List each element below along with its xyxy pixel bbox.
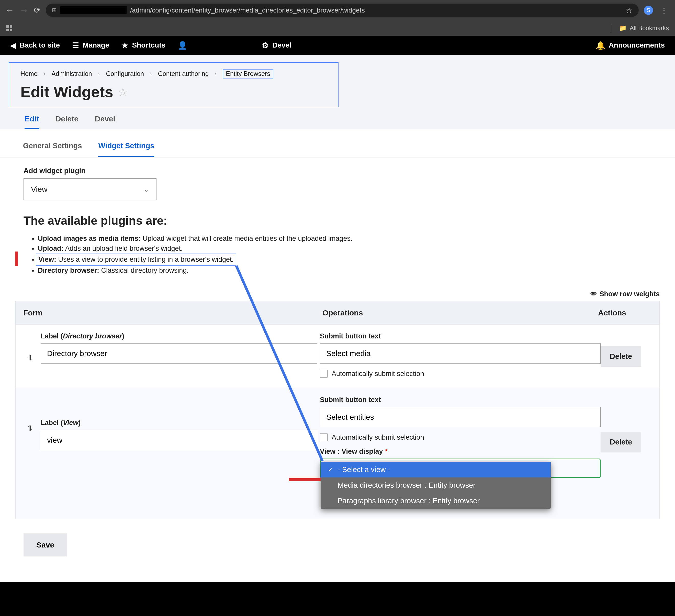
dropdown-option[interactable]: Media directories browser : Entity brows… bbox=[321, 477, 551, 493]
url-host-redacted bbox=[60, 6, 127, 14]
widget-row: ⥮ Label (View) Submit button text Automa… bbox=[16, 388, 659, 519]
actions-column: Delete bbox=[601, 332, 652, 367]
label-input[interactable] bbox=[41, 430, 317, 450]
announcements-label: Announcements bbox=[609, 41, 665, 49]
shortcuts-label: Shortcuts bbox=[132, 41, 165, 49]
tab-delete[interactable]: Delete bbox=[56, 114, 78, 129]
user-link[interactable]: 👤 bbox=[171, 41, 256, 50]
username-redacted bbox=[191, 42, 249, 49]
page-title-text: Edit Widgets bbox=[20, 83, 113, 101]
browser-menu-icon[interactable]: ⋮ bbox=[658, 6, 670, 15]
back-to-site-link[interactable]: ◀ Back to site bbox=[4, 41, 66, 50]
plugin-desc: Upload widget that will create media ent… bbox=[141, 235, 352, 242]
chevron-down-icon: ⌄ bbox=[143, 185, 149, 194]
show-row-weights-label: Show row weights bbox=[599, 290, 660, 298]
auto-submit-label: Automatically submit selection bbox=[331, 370, 424, 378]
operations-column: Submit button text Automatically submit … bbox=[317, 396, 601, 478]
crumb-configuration[interactable]: Configuration bbox=[106, 70, 144, 77]
tab-general-settings[interactable]: General Settings bbox=[23, 142, 82, 157]
auto-submit-checkbox[interactable] bbox=[320, 370, 327, 378]
reload-icon[interactable]: ⟳ bbox=[34, 5, 41, 15]
divider bbox=[611, 24, 611, 32]
option-label: Media directories browser : Entity brows… bbox=[338, 481, 475, 489]
plugin-name: View: bbox=[39, 255, 56, 263]
plugin-desc: Classical directory browsing. bbox=[99, 266, 189, 274]
all-bookmarks-link[interactable]: All Bookmarks bbox=[630, 24, 669, 32]
gear-icon: ⚙ bbox=[262, 41, 269, 50]
shortcuts-link[interactable]: ★ Shortcuts bbox=[115, 41, 171, 50]
auto-submit-row: Automatically submit selection bbox=[320, 434, 601, 442]
forward-icon[interactable]: → bbox=[19, 5, 29, 16]
dropdown-option-placeholder[interactable]: ✓ - Select a view - bbox=[321, 462, 551, 477]
show-row-weights-toggle[interactable]: 👁 Show row weights bbox=[15, 290, 660, 298]
option-label: Paragraphs library browser : Entity brow… bbox=[338, 496, 480, 505]
add-widget-value: View bbox=[31, 185, 47, 194]
annotation-red-arrow bbox=[289, 478, 321, 481]
drag-handle-icon[interactable]: ⥮ bbox=[23, 332, 36, 362]
delete-button[interactable]: Delete bbox=[601, 432, 641, 452]
label-input[interactable] bbox=[41, 343, 317, 364]
crumb-entity-browsers[interactable]: Entity Browsers bbox=[223, 69, 273, 78]
submit-text-input[interactable] bbox=[320, 343, 601, 364]
secondary-tabs: General Settings Widget Settings bbox=[0, 138, 675, 157]
view-display-select[interactable]: ✓ - Select a view - Media directories br… bbox=[320, 459, 601, 478]
annotation-red-marker bbox=[15, 251, 18, 266]
submit-text-label: Submit button text bbox=[320, 396, 601, 404]
label-field-label: Label (Directory browser) bbox=[41, 332, 317, 340]
plugin-desc: Uses a view to provide entity listing in… bbox=[56, 255, 234, 263]
site-settings-icon[interactable]: ⊞ bbox=[52, 7, 57, 13]
url-bar[interactable]: ⊞ /admin/config/content/entity_browser/m… bbox=[46, 4, 639, 17]
actions-column: Delete bbox=[601, 396, 652, 452]
operations-column: Submit button text Automatically submit … bbox=[317, 332, 601, 378]
plugin-item: Upload images as media items: Upload wid… bbox=[38, 234, 660, 244]
chevron-right-icon: › bbox=[98, 71, 100, 77]
auto-submit-row: Automatically submit selection bbox=[320, 370, 601, 378]
primary-tabs: Edit Delete Devel bbox=[1, 107, 674, 129]
tab-widget-settings[interactable]: Widget Settings bbox=[98, 142, 154, 157]
save-button[interactable]: Save bbox=[23, 533, 67, 556]
plugin-item: View: Uses a view to provide entity list… bbox=[38, 253, 660, 265]
plugin-item: Upload: Adds an upload field browser's w… bbox=[38, 244, 660, 253]
crumb-administration[interactable]: Administration bbox=[51, 70, 92, 77]
tab-edit[interactable]: Edit bbox=[24, 114, 39, 129]
delete-button[interactable]: Delete bbox=[601, 346, 641, 367]
profile-avatar[interactable]: S bbox=[644, 6, 653, 15]
devel-link[interactable]: ⚙ Devel bbox=[256, 41, 298, 50]
drag-handle-icon[interactable]: ⥮ bbox=[23, 396, 36, 433]
back-to-site-label: Back to site bbox=[20, 41, 60, 49]
th-actions: Actions bbox=[598, 309, 652, 317]
eye-icon: 👁 bbox=[591, 290, 597, 298]
apps-grid-icon[interactable] bbox=[6, 25, 12, 31]
available-plugins-heading: The available plugins are: bbox=[23, 214, 660, 228]
check-icon: ✓ bbox=[328, 466, 334, 474]
star-icon: ★ bbox=[122, 41, 128, 50]
crumb-home[interactable]: Home bbox=[20, 70, 38, 77]
chevron-right-icon: › bbox=[215, 71, 217, 77]
bookmark-star-icon[interactable]: ☆ bbox=[626, 6, 632, 15]
user-icon: 👤 bbox=[178, 41, 187, 50]
favorite-star-icon[interactable]: ☆ bbox=[118, 85, 128, 98]
widgets-table: Form Operations Actions ⥮ Label (Directo… bbox=[15, 301, 660, 519]
plugin-list: Upload images as media items: Upload wid… bbox=[23, 234, 660, 276]
plugin-desc: Adds an upload field browser's widget. bbox=[64, 245, 183, 252]
hamburger-icon: ☰ bbox=[72, 41, 79, 50]
dropdown-option[interactable]: Paragraphs library browser : Entity brow… bbox=[321, 493, 551, 509]
add-widget-select[interactable]: View ⌄ bbox=[23, 178, 156, 201]
tab-devel[interactable]: Devel bbox=[95, 114, 115, 129]
plugin-name: Upload: bbox=[38, 245, 64, 252]
folder-icon: 📁 bbox=[619, 24, 627, 32]
crumb-content-authoring[interactable]: Content authoring bbox=[158, 70, 209, 77]
back-icon[interactable]: ← bbox=[5, 5, 14, 16]
add-widget-section: Add widget plugin View ⌄ bbox=[15, 167, 660, 201]
manage-link[interactable]: ☰ Manage bbox=[66, 41, 115, 50]
manage-label: Manage bbox=[83, 41, 109, 49]
auto-submit-checkbox[interactable] bbox=[320, 434, 327, 441]
submit-text-input[interactable] bbox=[320, 407, 601, 428]
devel-label: Devel bbox=[272, 41, 292, 49]
page-header-region: Home › Administration › Configuration › … bbox=[0, 55, 675, 129]
plugin-list-area: Upload images as media items: Upload wid… bbox=[23, 234, 660, 276]
announcements-link[interactable]: 🔔 Announcements bbox=[596, 41, 671, 50]
admin-toolbar: ◀ Back to site ☰ Manage ★ Shortcuts 👤 ⚙ … bbox=[0, 36, 675, 55]
form-column: Label (View) bbox=[36, 396, 317, 450]
page-title: Edit Widgets ☆ bbox=[20, 83, 327, 101]
